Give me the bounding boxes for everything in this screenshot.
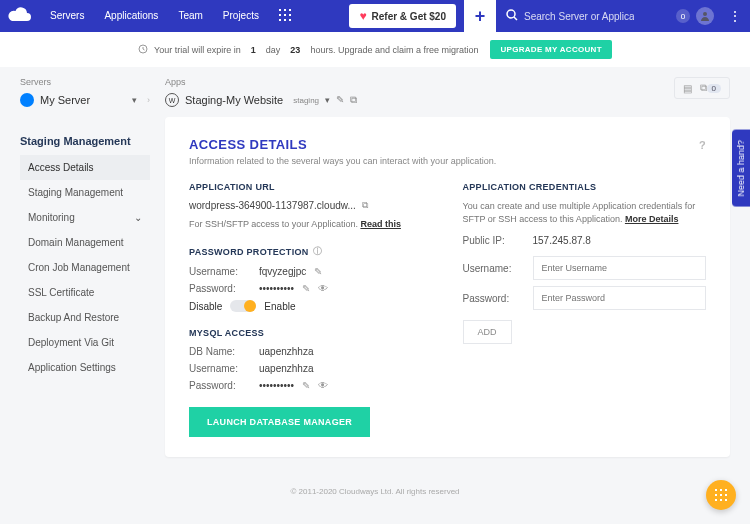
info-icon[interactable]: ⓘ	[313, 245, 322, 258]
access-details-card: ACCESS DETAILS ? Information related to …	[165, 117, 730, 457]
nav-servers[interactable]: Servers	[40, 0, 94, 32]
mysql-user-label: Username:	[189, 363, 259, 374]
pwd-toggle-row: Disable Enable	[189, 300, 433, 312]
eye-icon[interactable]: 👁	[318, 380, 328, 391]
apps-grid-icon[interactable]	[269, 8, 301, 24]
cred-password-input[interactable]	[533, 286, 707, 310]
side-monitoring[interactable]: Monitoring⌄	[20, 205, 150, 230]
db-name-value: uapenzhhza	[259, 346, 314, 357]
edit-icon[interactable]: ✎	[302, 283, 310, 294]
cred-user-label: Username:	[463, 263, 533, 274]
app-selector[interactable]: W Staging-My Website staging ▾ ✎ ⧉	[165, 93, 357, 107]
bc-apps-label: Apps	[165, 77, 357, 87]
card-subtitle: Information related to the several ways …	[189, 156, 706, 166]
side-ssl[interactable]: SSL Certificate	[20, 280, 150, 305]
list-view-icon[interactable]: ▤	[683, 83, 692, 94]
app-header: Apps W Staging-My Website staging ▾ ✎ ⧉ …	[165, 77, 730, 107]
help-icon[interactable]: ?	[699, 139, 706, 151]
left-column: APPLICATION URL wordpress-364900-1137987…	[189, 182, 433, 437]
side-app-settings[interactable]: Application Settings	[20, 355, 150, 380]
clock-icon	[138, 44, 148, 56]
app-url-hint: For SSH/SFTP access to your Application.…	[189, 219, 433, 229]
cred-username-input[interactable]	[533, 256, 707, 280]
svg-rect-2	[289, 9, 291, 11]
main: Apps W Staging-My Website staging ▾ ✎ ⧉ …	[165, 77, 730, 457]
db-name-label: DB Name:	[189, 346, 259, 357]
side-backup[interactable]: Backup And Restore	[20, 305, 150, 330]
pwd-toggle[interactable]	[230, 300, 256, 312]
side-cron-job[interactable]: Cron Job Management	[20, 255, 150, 280]
nav-applications[interactable]: Applications	[94, 0, 168, 32]
notification-badge[interactable]: 0	[676, 9, 690, 23]
nav-projects[interactable]: Projects	[213, 0, 269, 32]
wordpress-icon: W	[165, 93, 179, 107]
search-input[interactable]	[524, 11, 634, 22]
svg-rect-3	[279, 14, 281, 16]
app-status-count: 0	[707, 84, 721, 93]
svg-rect-21	[725, 499, 727, 501]
svg-rect-8	[289, 19, 291, 21]
trial-days: 1	[247, 45, 260, 55]
cred-pass-label: Password:	[463, 293, 533, 304]
topbar-right: ♥ Refer & Get $20 + 0 ⋮	[349, 0, 750, 32]
side-deploy-git[interactable]: Deployment Via Git	[20, 330, 150, 355]
password-label: Password:	[189, 283, 259, 294]
need-a-hand-tab[interactable]: Need a hand?	[732, 130, 750, 207]
app-url-value: wordpress-364900-1137987.cloudw...	[189, 200, 356, 211]
app-url-head: APPLICATION URL	[189, 182, 433, 192]
svg-rect-4	[284, 14, 286, 16]
svg-rect-6	[279, 19, 281, 21]
public-ip-value: 157.245.87.8	[533, 235, 591, 246]
refer-label: Refer & Get $20	[372, 11, 446, 22]
chevron-down-icon: ⌄	[134, 212, 142, 223]
search-icon	[506, 9, 518, 24]
mysql-user-value: uapenzhhza	[259, 363, 314, 374]
right-column: APPLICATION CREDENTIALS You can create a…	[463, 182, 707, 437]
mysql-pass-value: ••••••••••	[259, 380, 294, 391]
trial-hours: 23	[286, 45, 304, 55]
svg-rect-19	[715, 499, 717, 501]
svg-rect-18	[725, 494, 727, 496]
refer-button[interactable]: ♥ Refer & Get $20	[349, 4, 456, 28]
more-menu-icon[interactable]: ⋮	[720, 8, 750, 24]
read-this-link[interactable]: Read this	[360, 219, 401, 229]
add-button[interactable]: +	[464, 0, 496, 32]
provider-icon	[20, 93, 34, 107]
svg-rect-13	[715, 489, 717, 491]
username-label: Username:	[189, 266, 259, 277]
edit-icon[interactable]: ✎	[302, 380, 310, 391]
edit-icon[interactable]: ✎	[314, 266, 322, 277]
svg-point-9	[507, 10, 515, 18]
external-link-icon[interactable]: ⧉	[350, 94, 357, 106]
add-cred-button[interactable]: ADD	[463, 320, 512, 344]
mysql-pass-label: Password:	[189, 380, 259, 391]
search-wrap	[496, 9, 676, 24]
mysql-head: MYSQL ACCESS	[189, 328, 433, 338]
side-staging-management[interactable]: Staging Management	[20, 180, 150, 205]
upgrade-button[interactable]: UPGRADE MY ACCOUNT	[490, 40, 611, 59]
server-name: My Server	[40, 94, 90, 106]
app-view-toggle[interactable]: ▤ ⧉0	[674, 77, 730, 99]
trial-days-label: day	[266, 45, 281, 55]
side-heading: Staging Management	[20, 127, 150, 155]
svg-rect-14	[720, 489, 722, 491]
svg-rect-7	[284, 19, 286, 21]
svg-rect-20	[720, 499, 722, 501]
more-details-link[interactable]: More Details	[625, 214, 679, 224]
avatar[interactable]	[696, 7, 714, 25]
edit-icon[interactable]: ✎	[336, 94, 344, 106]
disable-label: Disable	[189, 301, 222, 312]
fab-button[interactable]	[706, 480, 736, 510]
eye-icon[interactable]: 👁	[318, 283, 328, 294]
svg-rect-15	[725, 489, 727, 491]
external-link-icon[interactable]: ⧉	[362, 200, 368, 211]
logo[interactable]	[0, 0, 40, 32]
side-access-details[interactable]: Access Details	[20, 155, 150, 180]
nav-team[interactable]: Team	[168, 0, 212, 32]
topbar: Servers Applications Team Projects ♥ Ref…	[0, 0, 750, 32]
server-selector[interactable]: My Server ▾ ›	[20, 93, 150, 107]
folder-icon[interactable]: ⧉0	[700, 82, 721, 94]
launch-db-button[interactable]: LAUNCH DATABASE MANAGER	[189, 407, 370, 437]
svg-rect-1	[284, 9, 286, 11]
side-domain-management[interactable]: Domain Management	[20, 230, 150, 255]
